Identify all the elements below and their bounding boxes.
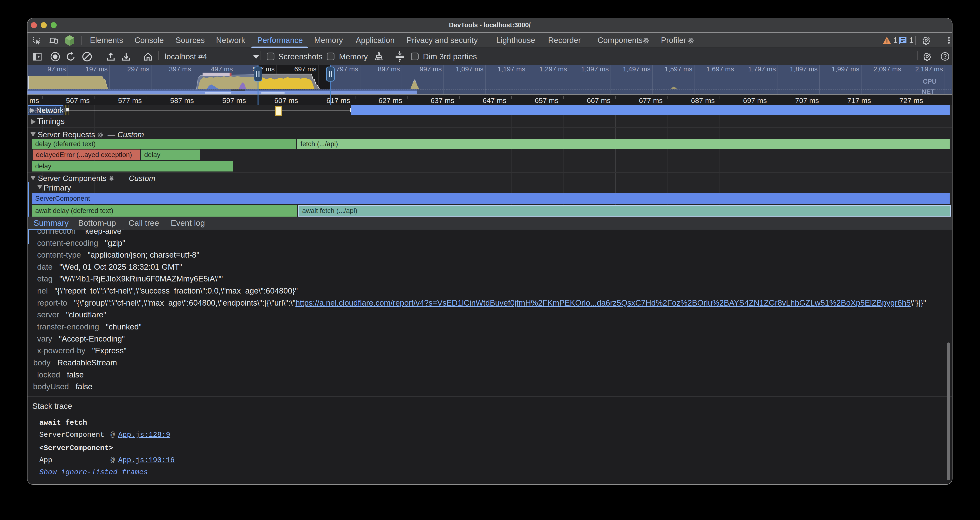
svg-text:1,997 ms: 1,997 ms [832,65,859,73]
svg-text:197 ms: 197 ms [85,65,108,73]
svg-text:397 ms: 397 ms [169,65,191,73]
svg-text:1,397 ms: 1,397 ms [581,65,609,73]
svg-text:1,797 ms: 1,797 ms [748,65,776,73]
svg-text:1,497 ms: 1,497 ms [623,65,651,73]
svg-text:1,697 ms: 1,697 ms [706,65,734,73]
svg-text:697 ms: 697 ms [294,65,317,73]
svg-text:1,097 ms: 1,097 ms [456,65,484,73]
svg-text:1,597 ms: 1,597 ms [665,65,692,73]
svg-text:1,897 ms: 1,897 ms [790,65,818,73]
svg-text:2,097 ms: 2,097 ms [873,65,901,73]
svg-text:497 ms: 497 ms [211,65,233,73]
svg-text:897 ms: 897 ms [378,65,400,73]
svg-text:797 ms: 797 ms [336,65,358,73]
svg-text:997 ms: 997 ms [420,65,442,73]
svg-text:97 ms: 97 ms [48,65,66,73]
svg-text:297 ms: 297 ms [127,65,150,73]
svg-text:CPU: CPU [923,78,937,85]
svg-text:1,297 ms: 1,297 ms [539,65,567,73]
svg-text:NET: NET [922,88,935,95]
svg-text:2,197 ms: 2,197 ms [915,65,943,73]
svg-text:1,197 ms: 1,197 ms [498,65,525,73]
